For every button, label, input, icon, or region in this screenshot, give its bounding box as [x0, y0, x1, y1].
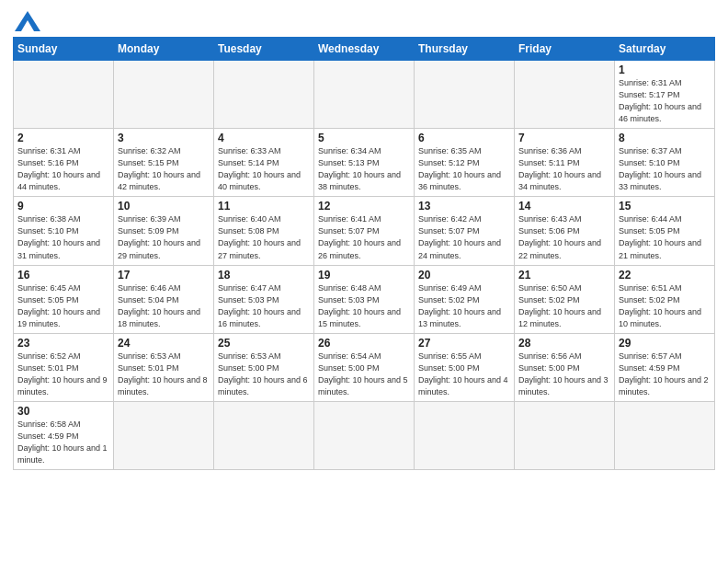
day-info: Sunrise: 6:31 AM Sunset: 5:17 PM Dayligh…	[619, 77, 711, 125]
day-info: Sunrise: 6:48 AM Sunset: 5:03 PM Dayligh…	[318, 282, 410, 330]
day-number: 5	[318, 132, 410, 144]
day-info: Sunrise: 6:46 AM Sunset: 5:04 PM Dayligh…	[118, 282, 210, 330]
calendar-cell: 1Sunrise: 6:31 AM Sunset: 5:17 PM Daylig…	[615, 61, 715, 129]
header	[13, 9, 715, 31]
day-info: Sunrise: 6:32 AM Sunset: 5:15 PM Dayligh…	[118, 145, 210, 193]
calendar-cell	[214, 61, 314, 129]
weekday-header-tuesday: Tuesday	[214, 38, 314, 61]
weekday-header-saturday: Saturday	[615, 38, 715, 61]
calendar-cell: 28Sunrise: 6:56 AM Sunset: 5:00 PM Dayli…	[515, 333, 615, 401]
day-number: 27	[418, 337, 510, 350]
calendar-cell	[415, 61, 515, 129]
week-row-3: 9Sunrise: 6:38 AM Sunset: 5:10 PM Daylig…	[14, 197, 715, 265]
day-info: Sunrise: 6:43 AM Sunset: 5:06 PM Dayligh…	[518, 213, 610, 261]
calendar-cell: 13Sunrise: 6:42 AM Sunset: 5:07 PM Dayli…	[415, 197, 515, 265]
weekday-header-monday: Monday	[114, 38, 214, 61]
calendar-cell: 29Sunrise: 6:57 AM Sunset: 4:59 PM Dayli…	[615, 333, 715, 401]
weekday-header-sunday: Sunday	[14, 38, 114, 61]
day-number: 7	[518, 132, 610, 144]
day-info: Sunrise: 6:45 AM Sunset: 5:05 PM Dayligh…	[17, 282, 109, 330]
day-info: Sunrise: 6:33 AM Sunset: 5:14 PM Dayligh…	[218, 145, 310, 193]
calendar-cell	[314, 61, 415, 129]
weekday-header-friday: Friday	[515, 38, 615, 61]
day-number: 13	[418, 200, 510, 213]
week-row-5: 23Sunrise: 6:52 AM Sunset: 5:01 PM Dayli…	[14, 333, 715, 401]
day-info: Sunrise: 6:53 AM Sunset: 5:00 PM Dayligh…	[218, 350, 310, 398]
day-info: Sunrise: 6:58 AM Sunset: 4:59 PM Dayligh…	[17, 419, 109, 466]
day-number: 29	[619, 337, 711, 350]
logo	[13, 13, 40, 31]
day-info: Sunrise: 6:50 AM Sunset: 5:02 PM Dayligh…	[518, 282, 610, 330]
calendar-cell: 5Sunrise: 6:34 AM Sunset: 5:13 PM Daylig…	[314, 129, 415, 197]
day-number: 22	[619, 269, 711, 282]
day-number: 11	[218, 200, 310, 213]
calendar-cell: 23Sunrise: 6:52 AM Sunset: 5:01 PM Dayli…	[14, 333, 114, 401]
calendar-cell	[415, 401, 515, 469]
calendar-cell: 20Sunrise: 6:49 AM Sunset: 5:02 PM Dayli…	[415, 265, 515, 333]
day-info: Sunrise: 6:54 AM Sunset: 5:00 PM Dayligh…	[318, 350, 410, 398]
calendar-cell: 12Sunrise: 6:41 AM Sunset: 5:07 PM Dayli…	[314, 197, 415, 265]
calendar-cell: 30Sunrise: 6:58 AM Sunset: 4:59 PM Dayli…	[14, 401, 114, 469]
calendar-cell: 22Sunrise: 6:51 AM Sunset: 5:02 PM Dayli…	[615, 265, 715, 333]
day-info: Sunrise: 6:41 AM Sunset: 5:07 PM Dayligh…	[318, 213, 410, 261]
day-number: 14	[518, 200, 610, 213]
weekday-header-row: SundayMondayTuesdayWednesdayThursdayFrid…	[14, 38, 715, 61]
day-number: 19	[318, 269, 410, 282]
day-info: Sunrise: 6:38 AM Sunset: 5:10 PM Dayligh…	[17, 213, 109, 261]
day-number: 1	[619, 63, 711, 76]
calendar-cell: 24Sunrise: 6:53 AM Sunset: 5:01 PM Dayli…	[114, 333, 214, 401]
day-info: Sunrise: 6:37 AM Sunset: 5:10 PM Dayligh…	[619, 145, 711, 193]
week-row-2: 2Sunrise: 6:31 AM Sunset: 5:16 PM Daylig…	[14, 129, 715, 197]
calendar-cell: 27Sunrise: 6:55 AM Sunset: 5:00 PM Dayli…	[415, 333, 515, 401]
day-number: 18	[218, 269, 310, 282]
calendar-cell	[615, 401, 715, 469]
day-number: 4	[218, 132, 310, 144]
day-number: 8	[619, 132, 711, 144]
calendar-cell: 15Sunrise: 6:44 AM Sunset: 5:05 PM Dayli…	[615, 197, 715, 265]
day-info: Sunrise: 6:35 AM Sunset: 5:12 PM Dayligh…	[418, 145, 510, 193]
day-info: Sunrise: 6:31 AM Sunset: 5:16 PM Dayligh…	[17, 145, 109, 193]
day-info: Sunrise: 6:55 AM Sunset: 5:00 PM Dayligh…	[418, 350, 510, 398]
logo-triangle-icon	[15, 11, 40, 31]
day-number: 12	[318, 200, 410, 213]
day-info: Sunrise: 6:56 AM Sunset: 5:00 PM Dayligh…	[518, 350, 610, 398]
day-number: 17	[118, 269, 210, 282]
calendar-cell: 16Sunrise: 6:45 AM Sunset: 5:05 PM Dayli…	[14, 265, 114, 333]
day-info: Sunrise: 6:51 AM Sunset: 5:02 PM Dayligh…	[619, 282, 711, 330]
day-info: Sunrise: 6:42 AM Sunset: 5:07 PM Dayligh…	[418, 213, 510, 261]
calendar-cell: 7Sunrise: 6:36 AM Sunset: 5:11 PM Daylig…	[515, 129, 615, 197]
day-number: 30	[17, 405, 109, 418]
calendar-cell: 11Sunrise: 6:40 AM Sunset: 5:08 PM Dayli…	[214, 197, 314, 265]
day-number: 3	[118, 132, 210, 144]
day-info: Sunrise: 6:52 AM Sunset: 5:01 PM Dayligh…	[17, 350, 109, 398]
calendar-cell	[515, 401, 615, 469]
calendar-cell: 25Sunrise: 6:53 AM Sunset: 5:00 PM Dayli…	[214, 333, 314, 401]
weekday-header-wednesday: Wednesday	[314, 38, 415, 61]
calendar-cell	[14, 61, 114, 129]
day-info: Sunrise: 6:47 AM Sunset: 5:03 PM Dayligh…	[218, 282, 310, 330]
day-number: 24	[118, 337, 210, 350]
day-number: 28	[518, 337, 610, 350]
day-number: 21	[518, 269, 610, 282]
calendar-cell	[314, 401, 415, 469]
calendar-cell: 8Sunrise: 6:37 AM Sunset: 5:10 PM Daylig…	[615, 129, 715, 197]
day-info: Sunrise: 6:34 AM Sunset: 5:13 PM Dayligh…	[318, 145, 410, 193]
calendar-cell: 14Sunrise: 6:43 AM Sunset: 5:06 PM Dayli…	[515, 197, 615, 265]
day-number: 16	[17, 269, 109, 282]
week-row-6: 30Sunrise: 6:58 AM Sunset: 4:59 PM Dayli…	[14, 401, 715, 469]
day-number: 10	[118, 200, 210, 213]
calendar-table: SundayMondayTuesdayWednesdayThursdayFrid…	[13, 37, 715, 470]
calendar-cell: 21Sunrise: 6:50 AM Sunset: 5:02 PM Dayli…	[515, 265, 615, 333]
calendar-cell	[114, 61, 214, 129]
day-number: 9	[17, 200, 109, 213]
day-number: 2	[17, 132, 109, 144]
page: SundayMondayTuesdayWednesdayThursdayFrid…	[0, 0, 728, 563]
day-number: 15	[619, 200, 711, 213]
calendar-cell: 9Sunrise: 6:38 AM Sunset: 5:10 PM Daylig…	[14, 197, 114, 265]
day-number: 23	[17, 337, 109, 350]
day-info: Sunrise: 6:49 AM Sunset: 5:02 PM Dayligh…	[418, 282, 510, 330]
calendar-cell	[114, 401, 214, 469]
calendar-cell: 2Sunrise: 6:31 AM Sunset: 5:16 PM Daylig…	[14, 129, 114, 197]
week-row-4: 16Sunrise: 6:45 AM Sunset: 5:05 PM Dayli…	[14, 265, 715, 333]
weekday-header-thursday: Thursday	[415, 38, 515, 61]
